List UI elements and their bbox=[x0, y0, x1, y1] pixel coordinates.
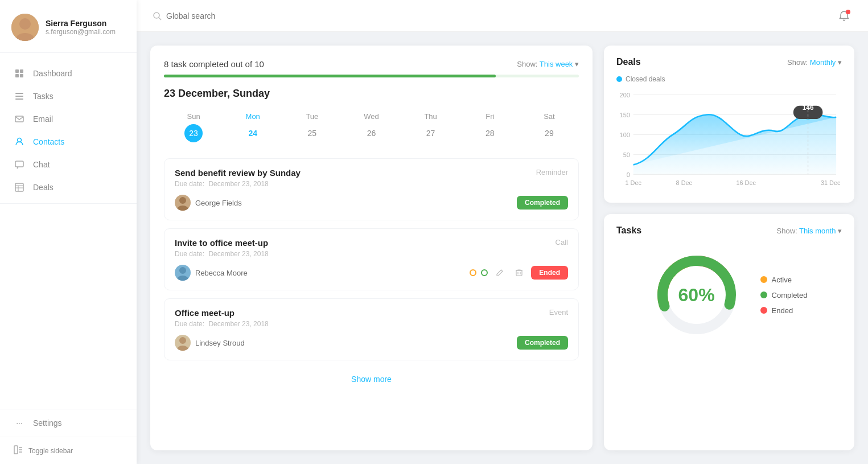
task-1-status-badge: Completed bbox=[517, 196, 568, 210]
sidebar-item-dashboard[interactable]: Dashboard bbox=[0, 62, 137, 85]
deals-card: Deals Show: Monthly ▾ Closed deals bbox=[604, 46, 854, 203]
deals-legend: Closed deals bbox=[616, 75, 842, 83]
donut-center-label: 60% bbox=[678, 285, 715, 306]
search-icon bbox=[153, 11, 162, 20]
svg-text:50: 50 bbox=[623, 151, 630, 158]
sidebar-item-label: Deals bbox=[33, 183, 54, 192]
cal-day-name-mon: Mon bbox=[246, 112, 260, 121]
sidebar-username: Sierra Ferguson bbox=[46, 19, 116, 28]
deals-show-value[interactable]: Monthly bbox=[810, 58, 836, 67]
tasks-show-value[interactable]: This week bbox=[540, 60, 573, 68]
task-dot-orange[interactable] bbox=[470, 269, 476, 276]
task-3-status-badge: Completed bbox=[517, 336, 568, 350]
svg-line-22 bbox=[159, 18, 161, 20]
cal-day-num-wed: 26 bbox=[362, 124, 380, 142]
svg-point-23 bbox=[179, 197, 186, 204]
sidebar-item-tasks[interactable]: Tasks bbox=[0, 85, 137, 108]
task-2-actions: Ended bbox=[470, 265, 568, 280]
dots-icon: ··· bbox=[14, 417, 25, 429]
list-icon bbox=[14, 91, 25, 102]
tasks-donut-card: Tasks Show: This month ▾ bbox=[604, 214, 854, 450]
task-2-status-badge: Ended bbox=[531, 266, 568, 280]
cal-day-num-tue: 25 bbox=[303, 124, 321, 142]
tasks-header: 8 task completed out of 10 Show: This we… bbox=[164, 59, 579, 69]
svg-point-21 bbox=[154, 13, 159, 18]
cal-day-fri[interactable]: Fri 28 bbox=[460, 109, 520, 146]
tasks-donut-title: Tasks bbox=[616, 225, 641, 236]
task-2-avatar bbox=[175, 265, 191, 281]
legend-active-label: Active bbox=[772, 276, 792, 284]
task-3-assignee-name: Lindsey Stroud bbox=[195, 339, 245, 347]
sidebar-item-label: Dashboard bbox=[33, 69, 72, 78]
legend-completed-dot bbox=[760, 291, 767, 298]
cal-day-mon[interactable]: Mon 24 bbox=[223, 109, 282, 146]
cal-day-name-thu: Thu bbox=[424, 112, 437, 121]
cal-day-wed[interactable]: Wed 26 bbox=[342, 109, 401, 146]
toggle-sidebar-button[interactable]: Toggle sidebar bbox=[0, 437, 137, 464]
task-1-avatar bbox=[175, 195, 191, 211]
show-more-link[interactable]: Show more bbox=[351, 375, 392, 384]
cal-day-num-thu: 27 bbox=[422, 124, 440, 142]
sidebar-profile: Sierra Ferguson s.ferguson@gmail.com bbox=[0, 0, 137, 53]
sidebar-item-deals[interactable]: Deals bbox=[0, 176, 137, 199]
cal-day-num-mon: 24 bbox=[244, 124, 262, 142]
task-dot-green[interactable] bbox=[481, 269, 488, 276]
avatar bbox=[11, 14, 39, 41]
task-3-header: Office meet-up Event bbox=[175, 308, 568, 318]
sidebar-item-label: Contacts bbox=[33, 137, 64, 146]
task-3-action: Event bbox=[549, 308, 568, 317]
tasks-show-filter: Show: This week ▾ bbox=[517, 60, 579, 68]
task-1-due-date: December 23, 2018 bbox=[208, 180, 268, 188]
task-2-action: Call bbox=[556, 238, 568, 247]
svg-point-26 bbox=[177, 276, 188, 281]
sidebar-nav: Dashboard Tasks Email Contacts bbox=[0, 53, 137, 409]
svg-text:150: 150 bbox=[620, 111, 630, 118]
donut-chart: 60% bbox=[651, 249, 742, 340]
cal-day-name-sat: Sat bbox=[544, 112, 555, 121]
svg-rect-27 bbox=[516, 270, 522, 276]
task-1-due-prefix: Due date: bbox=[175, 180, 204, 188]
tasks-donut-filter: Show: This month ▾ bbox=[777, 227, 842, 235]
task-1-footer: George Fields Completed bbox=[175, 195, 568, 211]
sidebar-item-chat[interactable]: Chat bbox=[0, 153, 137, 176]
donut-area: 60% Active Completed Ended bbox=[616, 244, 842, 340]
svg-point-1 bbox=[19, 18, 31, 30]
task-2-assignee: Rebecca Moore bbox=[175, 265, 248, 281]
svg-point-31 bbox=[179, 337, 186, 344]
task-card-1: Send benefit review by Sunday Reminder D… bbox=[164, 158, 579, 220]
legend-ended-dot bbox=[760, 307, 767, 314]
svg-rect-5 bbox=[15, 74, 19, 77]
topbar bbox=[137, 0, 868, 32]
sidebar-settings-label: Settings bbox=[33, 418, 62, 428]
task-3-assignee: Lindsey Stroud bbox=[175, 335, 245, 351]
cal-day-thu[interactable]: Thu 27 bbox=[401, 109, 460, 146]
cal-day-num-sat: 29 bbox=[540, 124, 558, 142]
task-1-title: Send benefit review by Sunday bbox=[175, 168, 301, 178]
sidebar-settings[interactable]: ··· Settings bbox=[0, 409, 137, 437]
search-area bbox=[153, 11, 836, 20]
task-edit-button[interactable] bbox=[492, 265, 507, 280]
task-2-due: Due date: December 23, 2018 bbox=[175, 250, 568, 258]
legend-item-completed: Completed bbox=[760, 291, 808, 299]
task-3-due: Due date: December 23, 2018 bbox=[175, 320, 568, 328]
sidebar: Sierra Ferguson s.ferguson@gmail.com Das… bbox=[0, 0, 137, 464]
task-delete-button[interactable] bbox=[512, 265, 526, 280]
svg-text:1 Dec: 1 Dec bbox=[625, 179, 641, 186]
task-2-footer: Rebecca Moore Ended bbox=[175, 265, 568, 281]
task-1-assignee-name: George Fields bbox=[195, 199, 242, 207]
sidebar-item-email[interactable]: Email bbox=[0, 108, 137, 130]
cal-day-tue[interactable]: Tue 25 bbox=[282, 109, 342, 146]
notification-bell[interactable] bbox=[836, 8, 852, 24]
task-2-due-date: December 23, 2018 bbox=[208, 250, 268, 258]
task-3-due-date: December 23, 2018 bbox=[208, 320, 268, 328]
search-input[interactable] bbox=[166, 11, 314, 20]
sidebar-item-contacts[interactable]: Contacts bbox=[0, 130, 137, 153]
svg-text:16 Dec: 16 Dec bbox=[736, 179, 756, 186]
svg-rect-3 bbox=[15, 69, 19, 73]
cal-day-sun[interactable]: Sun 23 bbox=[164, 109, 223, 146]
svg-text:8 Dec: 8 Dec bbox=[676, 179, 693, 186]
deals-card-title: Deals bbox=[616, 57, 641, 67]
cal-day-sat[interactable]: Sat 29 bbox=[520, 109, 579, 146]
tasks-donut-value[interactable]: This month bbox=[799, 227, 836, 235]
tasks-donut-header: Tasks Show: This month ▾ bbox=[616, 225, 842, 236]
